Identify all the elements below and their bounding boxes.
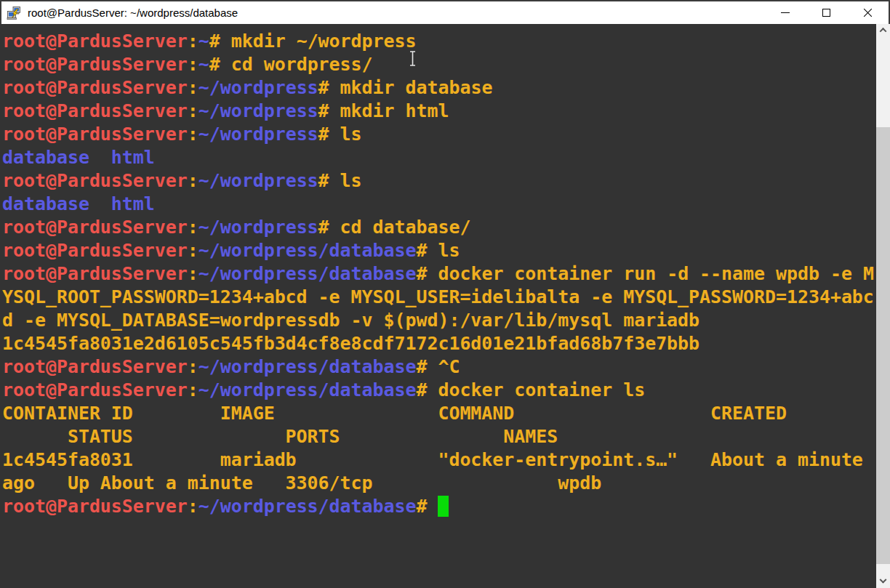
terminal-line: root@PardusServer:~/wordpress# mkdir dat… bbox=[2, 76, 874, 100]
terminal-text-segment: : bbox=[188, 31, 199, 52]
maximize-button[interactable] bbox=[806, 1, 847, 24]
terminal-text-segment: root@PardusServer bbox=[2, 31, 188, 52]
terminal-text-segment: # ls bbox=[416, 240, 460, 261]
terminal-line: root@PardusServer:~/wordpress/database# … bbox=[2, 239, 874, 262]
terminal-text-segment: root@PardusServer bbox=[2, 496, 188, 517]
terminal-text-segment: ~ bbox=[199, 31, 209, 52]
terminal-line: root@PardusServer:~/wordpress# cd databa… bbox=[2, 216, 874, 239]
window-controls bbox=[764, 1, 889, 24]
minimize-button[interactable] bbox=[764, 1, 806, 24]
terminal-text-segment: ~/wordpress/database bbox=[199, 240, 417, 261]
terminal-line: root@PardusServer:~/wordpress# ls bbox=[2, 123, 874, 146]
terminal-text-segment: : bbox=[188, 54, 199, 75]
chevron-down-icon bbox=[880, 576, 887, 584]
terminal-line: root@PardusServer:~# mkdir ~/wordpress bbox=[2, 30, 874, 53]
terminal-text-segment: root@PardusServer bbox=[2, 240, 188, 261]
terminal-text-segment: ~/wordpress bbox=[199, 77, 318, 98]
terminal-text-segment: : bbox=[188, 240, 199, 261]
terminal-text-segment: ~/wordpress/database bbox=[199, 263, 417, 284]
putty-terminal-icon bbox=[7, 6, 21, 20]
terminal-text-segment: CONTAINER ID IMAGE COMMAND CREATED bbox=[2, 403, 787, 424]
terminal-line: STATUS PORTS NAMES bbox=[2, 425, 874, 448]
terminal-text-segment: : bbox=[188, 217, 199, 238]
terminal-text-segment: : bbox=[188, 356, 199, 377]
terminal-text-segment: : bbox=[188, 379, 199, 400]
terminal-text-segment: : bbox=[188, 100, 199, 121]
close-button[interactable] bbox=[847, 1, 889, 24]
terminal-text-segment: # mkdir database bbox=[318, 77, 493, 98]
maximize-icon bbox=[822, 9, 830, 17]
terminal-text-segment: # ^C bbox=[416, 356, 460, 377]
terminal-line: root@PardusServer:~/wordpress/database# … bbox=[2, 262, 874, 286]
terminal-line: d -e MYSQL_DATABASE=wordpressdb -v $(pwd… bbox=[2, 309, 874, 332]
terminal-text-segment: : bbox=[188, 263, 199, 284]
terminal-text-segment: d -e MYSQL_DATABASE=wordpressdb -v $(pwd… bbox=[2, 310, 699, 331]
scrollbar-up-button[interactable] bbox=[876, 24, 890, 36]
terminal-text-segment: root@PardusServer bbox=[2, 100, 188, 121]
terminal-text-segment: root@PardusServer bbox=[2, 170, 188, 191]
terminal-text-segment: YSQL_ROOT_PASSWORD=1234+abcd -e MYSQL_US… bbox=[2, 286, 874, 307]
terminal-text-segment: root@PardusServer bbox=[2, 124, 188, 145]
terminal-line: database html bbox=[2, 146, 874, 169]
terminal-text-segment: root@PardusServer bbox=[2, 54, 188, 75]
terminal-text-segment: ~/wordpress/database bbox=[199, 496, 417, 517]
terminal-text-segment: # docker container ls bbox=[416, 379, 645, 400]
terminal-text-segment: database html bbox=[2, 147, 155, 168]
terminal-text-segment: ~/wordpress bbox=[199, 170, 318, 191]
terminal-body: root@PardusServer:~# mkdir ~/wordpressro… bbox=[0, 24, 890, 588]
terminal-text-segment: : bbox=[188, 77, 199, 98]
terminal-line: root@PardusServer:~/wordpress/database# … bbox=[2, 379, 874, 402]
terminal-text-segment: database html bbox=[2, 193, 155, 214]
scrollbar-down-button[interactable] bbox=[876, 576, 890, 588]
terminal-text-segment: : bbox=[188, 170, 199, 191]
terminal-line: YSQL_ROOT_PASSWORD=1234+abcd -e MYSQL_US… bbox=[2, 286, 874, 309]
terminal-text-segment: # bbox=[416, 496, 438, 517]
terminal-text-segment: : bbox=[188, 124, 199, 145]
terminal-text-segment: 1c4545fa8031e2d6105c545fb3d4cf8e8cdf7172… bbox=[2, 333, 699, 354]
terminal-line: 1c4545fa8031e2d6105c545fb3d4cf8e8cdf7172… bbox=[2, 332, 874, 355]
terminal-text-segment: root@PardusServer bbox=[2, 217, 188, 238]
terminal-text-segment: ~/wordpress bbox=[199, 217, 318, 238]
terminal-text-segment: # docker container run -d --name wpdb -e… bbox=[416, 263, 873, 284]
terminal-text-segment: # cd wordpress/ bbox=[209, 54, 373, 75]
terminal-text-segment: ~/wordpress/database bbox=[199, 356, 417, 377]
terminal-text-segment: STATUS PORTS NAMES bbox=[2, 426, 558, 447]
terminal-text-segment: ~ bbox=[199, 54, 209, 75]
terminal-text-segment: root@PardusServer bbox=[2, 77, 188, 98]
terminal-cursor bbox=[438, 496, 449, 517]
terminal-output[interactable]: root@PardusServer:~# mkdir ~/wordpressro… bbox=[0, 24, 874, 518]
terminal-line: root@PardusServer:~/wordpress# mkdir htm… bbox=[2, 100, 874, 123]
terminal-line: 1c4545fa8031 mariadb "docker-entrypoint.… bbox=[2, 448, 874, 472]
terminal-text-segment: # ls bbox=[318, 170, 362, 191]
terminal-window: root@PardusServer: ~/wordpress/database … bbox=[0, 0, 890, 588]
window-title: root@PardusServer: ~/wordpress/database bbox=[28, 7, 238, 19]
terminal-line: root@PardusServer:~# cd wordpress/ bbox=[2, 53, 874, 76]
terminal-text-segment: root@PardusServer bbox=[2, 356, 188, 377]
terminal-text-segment: # cd database/ bbox=[318, 217, 471, 238]
terminal-line: database html bbox=[2, 193, 874, 216]
minimize-icon bbox=[781, 12, 790, 13]
terminal-text-segment: # mkdir html bbox=[318, 100, 449, 121]
terminal-line: root@PardusServer:~/wordpress# ls bbox=[2, 169, 874, 193]
terminal-text-segment: # ls bbox=[318, 124, 362, 145]
terminal-line: root@PardusServer:~/wordpress/database# bbox=[2, 495, 874, 518]
terminal-text-segment: root@PardusServer bbox=[2, 263, 188, 284]
terminal-text-segment: ~/wordpress bbox=[199, 124, 318, 145]
terminal-line: ago Up About a minute 3306/tcp wpdb bbox=[2, 472, 874, 495]
terminal-text-segment: # mkdir ~/wordpress bbox=[209, 31, 417, 52]
terminal-text-segment: ~/wordpress/database bbox=[199, 379, 417, 400]
terminal-text-segment: ~/wordpress bbox=[199, 100, 318, 121]
terminal-text-segment: root@PardusServer bbox=[2, 379, 188, 400]
terminal-text-segment: : bbox=[188, 496, 199, 517]
chevron-up-icon bbox=[880, 28, 887, 35]
terminal-line: root@PardusServer:~/wordpress/database# … bbox=[2, 355, 874, 379]
scrollbar-thumb[interactable] bbox=[876, 127, 890, 564]
title-bar: root@PardusServer: ~/wordpress/database bbox=[0, 0, 890, 24]
terminal-text-segment: ago Up About a minute 3306/tcp wpdb bbox=[2, 472, 601, 494]
terminal-line: CONTAINER ID IMAGE COMMAND CREATED bbox=[2, 402, 874, 425]
scrollbar[interactable] bbox=[876, 24, 890, 588]
terminal-text-segment: 1c4545fa8031 mariadb "docker-entrypoint.… bbox=[2, 449, 863, 470]
close-icon bbox=[863, 8, 873, 17]
